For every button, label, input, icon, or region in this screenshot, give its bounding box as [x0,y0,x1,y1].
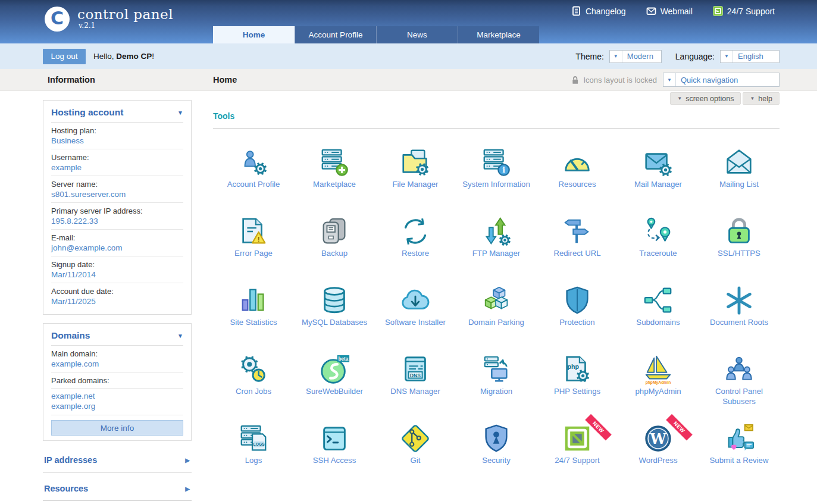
svg-text:!: ! [258,236,260,243]
tool-security[interactable]: Security [456,422,537,492]
tab-news[interactable]: News [376,26,458,43]
field-value[interactable]: 195.8.222.33 [51,215,183,230]
tool-label: SSL/HTTPS [703,249,775,259]
tool-label: Mail Manager [622,180,694,190]
chevron-down-icon: ▼ [677,96,682,101]
php-settings-icon: php [561,353,593,386]
tab-account-profile[interactable]: Account Profile [295,26,376,43]
help-button[interactable]: ▼help [743,92,780,105]
field-label: Username: [51,149,183,162]
mailing-list-icon [723,146,755,179]
greeting-suffix: ! [152,52,154,61]
quick-navigation-select[interactable]: ▼ Quick navigation [663,73,780,87]
chevron-right-icon: ▶ [185,457,190,464]
support-247-icon [561,422,593,455]
tool-php-settings[interactable]: phpPHP Settings [537,353,618,422]
header-link-changelog[interactable]: Changelog [571,6,626,16]
tool-mail-manager[interactable]: Mail Manager [618,146,699,215]
field-value[interactable]: Business [51,135,183,149]
tools-section-title: Tools [213,112,780,120]
subusers-icon [723,353,755,386]
tool-protection[interactable]: Protection [537,284,618,353]
tool-mailing-list[interactable]: Mailing List [699,146,780,215]
tool-backup[interactable]: Backup [294,215,375,284]
logout-button[interactable]: Log out [43,49,86,64]
tool-git[interactable]: Git [375,422,456,492]
field-label: Signup date: [51,256,183,269]
tool-subusers[interactable]: Control Panel Subusers [699,353,780,422]
language-select[interactable]: ▼ English [720,50,780,63]
tool-software-installer[interactable]: Software Installer [375,284,456,353]
tool-file-manager[interactable]: File Manager [375,146,456,215]
support-icon [713,6,723,16]
tool-support-247[interactable]: NEW24/7 Support [537,422,618,492]
header-link-label: 24/7 Support [727,7,775,16]
traceroute-icon [642,215,674,248]
tool-subdomains[interactable]: Subdomains [618,284,699,353]
tool-site-statistics[interactable]: Site Statistics [213,284,294,353]
parked-domain-value[interactable]: example.org [51,401,183,411]
tool-redirect-url[interactable]: Redirect URL [537,215,618,284]
tool-account-profile[interactable]: Account Profile [213,146,294,215]
tool-document-roots[interactable]: Document Roots [699,284,780,353]
domains-header[interactable]: Domains ▼ [51,327,183,346]
screen-options-button[interactable]: ▼screen options [670,92,741,105]
chevron-down-icon: ▼ [177,109,183,116]
header-link-24-7-support[interactable]: 24/7 Support [713,6,775,16]
tool-system-information[interactable]: iSystem Information [456,146,537,215]
tool-mysql-databases[interactable]: MySQL Databases [294,284,375,353]
webmail-icon [646,6,656,16]
chevron-down-icon[interactable]: ▼ [663,73,676,86]
tool-surewebbuilder[interactable]: betaSureWebBuilder [294,353,375,422]
theme-select[interactable]: ▼ Modern [609,50,662,63]
protection-icon [561,284,593,317]
hosting-account-title: Hosting account [51,107,123,118]
greeting-prefix: Hello, [93,52,116,61]
tool-submit-review[interactable]: Submit a Review [699,422,780,492]
tool-wordpress[interactable]: WNEWWordPress [618,422,699,492]
tool-label: Redirect URL [541,249,613,259]
chevron-down-icon[interactable]: ▼ [721,51,733,62]
help-label: help [758,95,772,103]
tab-home[interactable]: Home [213,26,295,43]
tool-label: Marketplace [299,180,370,190]
tab-marketplace[interactable]: Marketplace [458,26,539,43]
sidebar-section-resources[interactable]: Resources▶ [43,478,192,501]
chevron-down-icon[interactable]: ▼ [610,51,622,62]
field-value[interactable]: Mar/11/2025 [51,296,183,309]
tool-traceroute[interactable]: Traceroute [618,215,699,284]
field-label: Primary server IP address: [51,203,183,215]
tool-ssh-access[interactable]: SSH Access [294,422,375,492]
field-value[interactable]: Mar/11/2014 [51,269,183,283]
restore-icon [399,215,431,248]
tool-domain-parking[interactable]: Domain Parking [456,284,537,353]
tool-cron-jobs[interactable]: Cron Jobs [213,353,294,422]
tool-restore[interactable]: Restore [375,215,456,284]
account-profile-icon [237,146,270,179]
field-value[interactable]: s801.sureserver.com [51,189,183,203]
tool-ssl-https[interactable]: SSL/HTTPS [699,215,780,284]
tool-label: MySQL Databases [299,318,370,328]
field-label: E-mail: [51,230,183,242]
tool-label: Submit a Review [703,456,775,466]
header-link-webmail[interactable]: Webmail [646,6,693,16]
tool-marketplace[interactable]: Marketplace [294,146,375,215]
hosting-field: Signup date:Mar/11/2014 [51,256,183,283]
field-value[interactable]: example [51,162,183,176]
tool-ftp-manager[interactable]: FTP Manager [456,215,537,284]
tool-migration[interactable]: Migration [456,353,537,422]
parked-domain-value[interactable]: example.net [51,391,183,401]
sidebar-section-ip-addresses[interactable]: IP addresses▶ [43,449,192,472]
tool-phpmyadmin[interactable]: phpMyAdminphpMyAdmin [618,353,699,422]
tool-logs[interactable]: LOGSLogs [213,422,294,492]
tools-grid: Account Profile MarketplaceFile Manager … [213,146,780,492]
main-domain-value[interactable]: example.com [51,358,183,372]
subdomains-icon [642,284,674,317]
hosting-account-header[interactable]: Hosting account ▼ [51,104,183,123]
tool-dns-manager[interactable]: DNSDNS Manager [375,353,456,422]
more-info-button[interactable]: More info [51,420,183,436]
field-value[interactable]: john@example.com [51,242,183,256]
tool-error-page[interactable]: !Error Page [213,215,294,284]
git-icon [399,422,431,455]
tool-resources[interactable]: Resources [537,146,618,215]
